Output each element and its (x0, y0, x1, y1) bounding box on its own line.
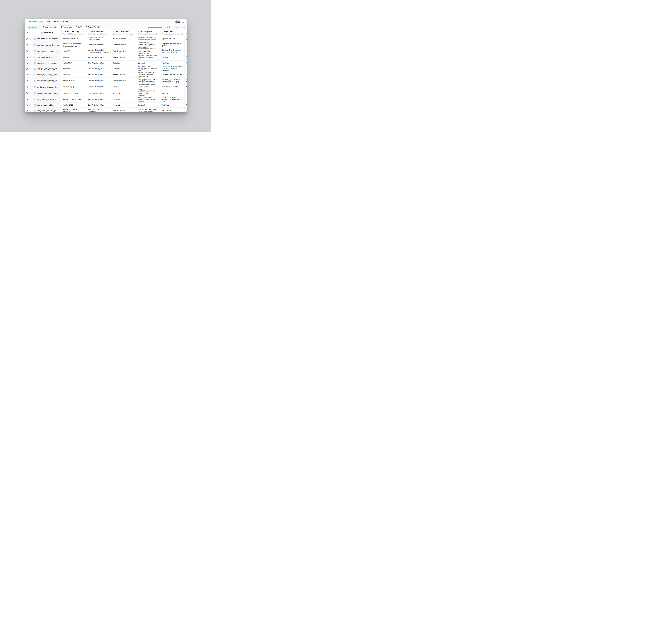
cell-status[interactable]: Partially compliant (111, 54, 136, 60)
table-row[interactable]: 2dpia_employee_monitoring_…Article 35 - … (25, 42, 187, 48)
cell-status[interactable]: Partially compliant (111, 71, 136, 77)
row-checkbox[interactable] (26, 50, 27, 52)
cell-article[interactable]: Article 46(2)(c) (61, 84, 86, 90)
document-cell[interactable]: data_breach_response_pla… (32, 107, 61, 113)
table-row[interactable]: 10consent_management_fram…Article 6(1)(a… (25, 90, 187, 96)
cell-categories[interactable]: Hashed email addresses (SHA-256); Custom… (136, 71, 160, 77)
header-cell-categories[interactable]: TData CategoriesWhat categories of perso… (136, 30, 160, 35)
document-cell[interactable]: consent_management_fram… (32, 90, 61, 96)
cell-legal[interactable]: Contractual necessity; Legal obligation;… (160, 66, 185, 71)
table-row[interactable]: 9scc_transfer_agreement_in…Article 46(2)… (25, 84, 187, 90)
cell-owner[interactable]: Meridian Holdings Ltd (86, 84, 111, 90)
cell-clipped-column[interactable]: LD (185, 107, 187, 113)
row-checkbox[interactable] (26, 56, 27, 58)
document-cell[interactable]: dpia_employee_monitoring_… (32, 42, 61, 48)
cell-legal[interactable]: Consent; Legitimate interest (160, 71, 185, 77)
cell-owner[interactable]: Meridian Holdings Ltd (86, 42, 111, 48)
cell-article[interactable]: Articles 15-22 (61, 103, 86, 107)
select-all-checkbox[interactable] (26, 32, 27, 34)
cell-legal[interactable]: Consent; Explicit consent; Contractual n… (160, 48, 185, 54)
avatar[interactable] (175, 20, 178, 23)
cell-legal[interactable]: Article 6(1)(a) Consent; Article 6(1)(b)… (160, 96, 185, 102)
row-checkbox[interactable] (26, 92, 27, 94)
cell-categories[interactable]: Name; email; phone; company name; job ti… (136, 96, 160, 102)
document-cell[interactable]: sub_processor_list_2024.txt (32, 60, 61, 66)
header-cell-legal[interactable]: TLegal BasisWhat legal basis for process… (160, 30, 185, 35)
row-checkbox[interactable] (26, 110, 27, 112)
cell-article[interactable]: Article 32 (61, 48, 86, 54)
cell-status[interactable]: Not found (111, 90, 136, 96)
cell-categories[interactable]: Not found (136, 60, 160, 66)
cell-article[interactable]: Article 28 (61, 54, 86, 60)
cell-article[interactable]: Article 35 - Data Protection Impact Asse… (61, 42, 86, 48)
cell-owner[interactable]: Data Protection Office (86, 60, 111, 66)
cell-categories[interactable]: Business email addresses; Company names;… (136, 36, 160, 42)
cell-status[interactable]: compliant (111, 96, 136, 102)
cell-status[interactable]: partially compliant (111, 36, 136, 42)
header-document-cell[interactable]: DOCUMENT (33, 30, 62, 35)
document-cell[interactable]: third_party_risk_assessment… (32, 36, 61, 42)
add-column-button[interactable]: Add column (59, 25, 73, 29)
document-cell[interactable]: ropa_meridian_holdings_20… (32, 96, 61, 102)
cell-clipped-column[interactable]: Ct (185, 54, 187, 60)
breadcrumb-app[interactable]: Tables (32, 21, 37, 23)
document-cell[interactable]: dsar_procedure_v2.txt (32, 103, 61, 107)
cell-clipped-column[interactable]: Ir (185, 78, 187, 84)
cell-status[interactable]: Partially compliant (111, 42, 136, 48)
cell-article[interactable]: Article 35 - DPIA (61, 78, 86, 84)
header-cell-article[interactable]: TGDPR Article/Req…Which GDPR article or … (62, 30, 86, 35)
header-clipped-column[interactable]: T W (185, 30, 187, 35)
cell-clipped-column[interactable]: Lr (185, 42, 187, 48)
cell-status[interactable]: Compliant (111, 84, 136, 90)
table-row[interactable]: 13data_breach_response_pla…Article 4(12)… (25, 107, 187, 113)
cell-categories[interactable]: Recruitment Data; Employment Data; Finan… (136, 66, 160, 71)
cell-status[interactable]: Partially compliant (111, 48, 136, 54)
document-cell[interactable]: dpia_customer_profiling_sys… (32, 78, 61, 84)
cell-status[interactable]: Partially compliant (111, 107, 136, 113)
cell-status[interactable]: Partially compliant (111, 78, 136, 84)
document-cell[interactable]: vendor_data_sharing_agree… (32, 71, 61, 77)
cell-legal[interactable]: Legitimate interests (Article 6(1)(f)) (160, 42, 185, 48)
cell-categories[interactable]: Keystroke logs; Screenshots; Application… (136, 42, 160, 48)
table-row[interactable]: 4dpa_neuralpath_ai_draft.txtArticle 28Me… (25, 54, 187, 60)
cell-article[interactable]: Article 4(12); Article 33; Article 34 (61, 107, 86, 113)
cell-legal[interactable]: legal obligation (160, 107, 185, 113)
cell-legal[interactable]: legitimate interest (160, 36, 185, 42)
back-button[interactable] (26, 21, 28, 23)
save-as-template-button[interactable]: Save as Template (84, 25, 102, 29)
cell-article[interactable]: Article 6(1)(a); Article 7 (61, 90, 86, 96)
cell-owner[interactable]: Data Protection Office (86, 103, 111, 107)
row-checkbox[interactable] (26, 68, 27, 70)
document-cell[interactable]: scc_transfer_agreement_in… (32, 84, 61, 90)
header-cell-owner[interactable]: TDocument OwnerWho is the responsible pa… (86, 30, 111, 35)
cell-article[interactable]: Article 30(1) of the GDPR (61, 96, 86, 102)
table-row[interactable]: 7vendor_data_sharing_agree…Not foundMeri… (25, 71, 187, 78)
cell-owner[interactable]: Meridian Holdings Ltd (86, 71, 111, 77)
table-row[interactable]: 6employee_data_privacy_not…Article 13Mer… (25, 66, 187, 71)
cell-clipped-column[interactable]: N (185, 90, 187, 96)
document-cell[interactable]: employee_data_privacy_not… (32, 66, 61, 71)
cell-categories[interactable]: Email addresses; Phone numbers; Postal a… (136, 90, 160, 96)
cell-legal[interactable]: Not found (160, 103, 185, 107)
cell-clipped-column[interactable]: N (185, 48, 187, 54)
cell-owner[interactable]: Meridian Holdings Ltd (86, 96, 111, 102)
overflow-menu-button[interactable] (182, 20, 185, 23)
cell-legal[interactable]: Contractual necessity (160, 84, 185, 90)
cell-clipped-column[interactable]: N (185, 103, 187, 107)
add-documents-button[interactable]: Add documents (41, 25, 58, 29)
cell-article[interactable]: Article 14; Article 5(1)(d) (61, 36, 86, 42)
table-row[interactable]: 3data_sharing_agreement_in…Article 32Mer… (25, 48, 187, 54)
cell-status[interactable]: compliant (111, 103, 136, 107)
cell-owner[interactable]: Meridian Holdings Ltd; Sentinel Insuranc… (86, 48, 111, 54)
row-checkbox[interactable] (26, 44, 27, 46)
cell-legal[interactable]: Consent (160, 90, 185, 96)
header-cell-status[interactable]: TCompliance StatusBased on the content, … (111, 30, 136, 35)
cell-article[interactable]: Article 13 (61, 66, 86, 71)
left-scrollbar-thumb[interactable] (25, 84, 25, 88)
csv-export-button[interactable]: CSV (74, 25, 83, 29)
cell-owner[interactable]: Data Protection Office (86, 90, 111, 96)
table-row[interactable]: 8dpia_customer_profiling_sys…Article 35 … (25, 78, 187, 84)
row-checkbox[interactable] (26, 38, 27, 40)
table-row[interactable]: 12dsar_procedure_v2.txtArticles 15-22Dat… (25, 103, 187, 107)
cell-status[interactable]: Compliant (111, 66, 136, 71)
